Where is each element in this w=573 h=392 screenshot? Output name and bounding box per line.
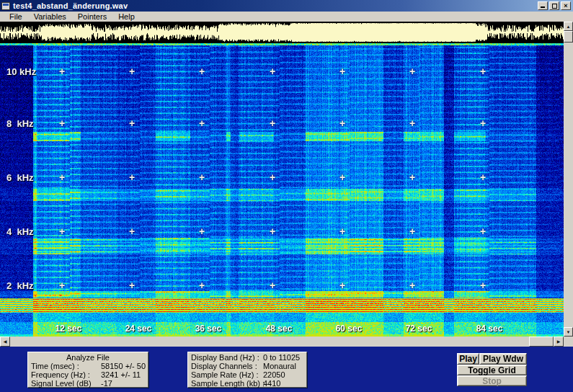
info-label: Display Band (Hz) : [191, 353, 263, 362]
grid-cross-icon: + [58, 282, 66, 290]
grid-cross-icon: + [408, 174, 417, 182]
window-controls: × [538, 1, 571, 10]
info-row: Sample Rate (Hz) :22050 [191, 370, 303, 379]
close-button[interactable]: × [561, 1, 571, 10]
grid-cross-icon: + [408, 282, 417, 290]
grid-cross-icon: + [128, 282, 136, 290]
app-window: test4_abstand_änderung.wav × FileVariabl… [0, 0, 573, 392]
grid-cross-icon: + [128, 228, 136, 236]
info-value: Monaural [263, 362, 303, 370]
grid-cross-icon: + [58, 228, 66, 236]
freq-label: 4 kHz [6, 226, 34, 237]
grid-cross-icon: + [197, 120, 206, 128]
status-area: Analyze File Time (msec) :58150 +/- 50Fr… [0, 347, 573, 392]
menu-item-help[interactable]: Help [112, 12, 141, 22]
menu-item-variables[interactable]: Variables [28, 12, 72, 22]
title-bar[interactable]: test4_abstand_änderung.wav × [0, 0, 573, 12]
scroll-right-button[interactable]: ▶ [554, 337, 564, 347]
spectrogram-display[interactable]: 10 kHz8 kHz6 kHz4 kHz2 kHz12 sec24 sec36… [0, 43, 564, 337]
info-label: Display Channels : [191, 362, 263, 370]
waveform-display [0, 22, 564, 43]
waveform-canvas [0, 22, 564, 43]
grid-cross-icon: + [197, 174, 206, 182]
grid-cross-icon: + [128, 120, 136, 128]
scroll-left-button[interactable]: ◀ [0, 337, 10, 347]
grid-cross-icon: + [408, 68, 417, 76]
app-icon [1, 2, 10, 10]
time-label: 84 sec [466, 324, 512, 334]
grid-cross-icon: + [479, 228, 487, 236]
grid-cross-icon: + [479, 120, 487, 128]
time-label: 24 sec [115, 324, 161, 334]
freq-label: 6 kHz [6, 172, 34, 183]
menu-bar: FileVariablesPointersHelp [0, 12, 573, 22]
info-value: 3241 +/- 11 [101, 370, 145, 379]
vertical-scrollbar[interactable] [564, 22, 573, 347]
time-label: 48 sec [256, 324, 302, 334]
toggle-grid-button[interactable]: Toggle Grid [457, 365, 527, 375]
grid-cross-icon: + [268, 68, 277, 76]
time-label: 12 sec [45, 324, 92, 334]
grid-cross-icon: + [268, 282, 277, 290]
info-row: Signal Level (dB)-17 [31, 379, 145, 388]
grid-cross-icon: + [197, 228, 206, 236]
info-value: 58150 +/- 50 [101, 362, 146, 370]
info-row: Display Channels :Monaural [191, 362, 303, 370]
arrow-down-icon: ▼ [567, 330, 571, 334]
grid-cross-icon: + [408, 228, 417, 236]
analyze-panel-title: Analyze File [31, 353, 145, 362]
menu-item-pointers[interactable]: Pointers [72, 12, 112, 22]
grid-cross-icon: + [338, 228, 347, 236]
time-label: 36 sec [185, 324, 231, 334]
menu-item-file[interactable]: File [4, 12, 28, 22]
grid-cross-icon: + [58, 68, 66, 76]
arrow-left-icon: ◀ [4, 339, 7, 344]
freq-label: 10 kHz [6, 66, 36, 77]
grid-cross-icon: + [338, 68, 347, 76]
freq-label: 8 kHz [6, 118, 34, 129]
grid-cross-icon: + [479, 282, 487, 290]
grid-cross-icon: + [197, 282, 206, 290]
minimize-button[interactable] [538, 1, 548, 10]
restore-icon [552, 4, 557, 9]
horizontal-scroll-thumb[interactable] [529, 337, 554, 347]
grid-cross-icon: + [408, 120, 417, 128]
time-label: 60 sec [326, 324, 372, 334]
info-label: Signal Level (dB) [31, 379, 101, 388]
restore-button[interactable] [549, 1, 559, 10]
grid-cross-icon: + [268, 120, 277, 128]
play-button[interactable]: Play [457, 353, 479, 365]
vertical-scroll-thumb[interactable] [564, 31, 573, 43]
info-row: Sample Length (kb) :4410 [191, 379, 303, 388]
grid-cross-icon: + [479, 68, 487, 76]
grid-cross-icon: + [128, 68, 136, 76]
grid-cross-icon: + [268, 174, 277, 182]
display-info-panel: Display Band (Hz) :0 to 11025Display Cha… [187, 352, 307, 388]
info-value: 22050 [263, 370, 303, 379]
info-row: Time (msec) :58150 +/- 50 [31, 362, 145, 370]
spectrogram-canvas[interactable] [0, 43, 564, 337]
grid-cross-icon: + [479, 174, 487, 182]
info-label: Time (msec) : [31, 362, 101, 370]
window-title: test4_abstand_änderung.wav [13, 1, 128, 10]
info-value: -17 [101, 379, 145, 388]
scroll-up-button[interactable]: ▲ [564, 22, 573, 31]
info-label: Sample Length (kb) : [191, 379, 263, 388]
info-value: 4410 [263, 379, 303, 388]
info-label: Sample Rate (Hz) : [191, 370, 263, 379]
horizontal-scrollbar[interactable] [0, 337, 564, 347]
time-label: 72 sec [396, 324, 442, 334]
info-row: Display Band (Hz) :0 to 11025 [191, 353, 303, 362]
arrow-up-icon: ▲ [567, 24, 571, 29]
grid-cross-icon: + [128, 174, 136, 182]
freq-label: 2 kHz [6, 280, 34, 291]
grid-cross-icon: + [338, 120, 347, 128]
analyze-file-panel: Analyze File Time (msec) :58150 +/- 50Fr… [27, 352, 148, 388]
grid-cross-icon: + [58, 120, 66, 128]
arrow-right-icon: ▶ [557, 339, 561, 344]
grid-cross-icon: + [58, 174, 66, 182]
scroll-down-button[interactable]: ▼ [564, 327, 573, 337]
grid-cross-icon: + [338, 282, 347, 290]
play-window-button[interactable]: Play Wdw [479, 353, 527, 365]
info-row: Frequency (Hz) :3241 +/- 11 [31, 370, 145, 379]
